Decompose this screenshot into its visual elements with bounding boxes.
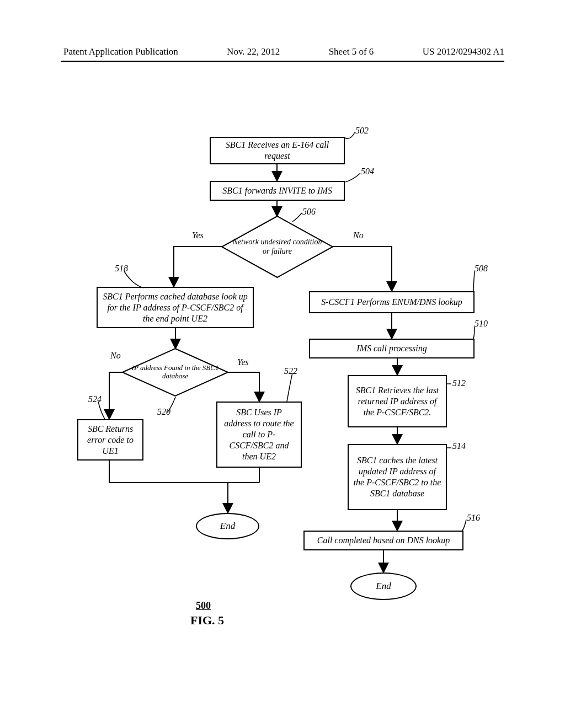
step-512-box: SBC1 Retrieves the last returned IP addr… bbox=[348, 375, 447, 427]
step-516-box: Call completed based on DNS lookup bbox=[303, 531, 463, 550]
page-header: Patent Application Publication Nov. 22, … bbox=[0, 46, 565, 57]
step-508-box: S-CSCF1 Performs ENUM/DNS lookup bbox=[309, 291, 475, 313]
ref-502: 502 bbox=[355, 126, 369, 136]
label-yes-520: Yes bbox=[237, 357, 249, 367]
label-yes-506: Yes bbox=[192, 231, 204, 240]
terminal-end-right: End bbox=[350, 572, 417, 600]
header-title: Patent Application Publication bbox=[63, 46, 178, 57]
step-510-box: IMS call processing bbox=[309, 339, 475, 358]
ref-512: 512 bbox=[452, 378, 466, 388]
terminal-end-left: End bbox=[196, 513, 259, 539]
ref-510: 510 bbox=[475, 319, 488, 329]
step-522-box: SBC Uses IP address to route the call to… bbox=[216, 402, 302, 468]
figure-caption: FIG. 5 bbox=[190, 613, 224, 628]
header-rule bbox=[61, 61, 504, 62]
ref-504: 504 bbox=[361, 167, 374, 176]
ref-518: 518 bbox=[115, 264, 128, 274]
ref-508: 508 bbox=[475, 264, 488, 274]
ref-520: 520 bbox=[157, 407, 170, 417]
ref-522: 522 bbox=[284, 366, 297, 376]
step-502-box: SBC1 Receives an E-164 call request bbox=[210, 137, 345, 164]
figure-number: 500 bbox=[196, 600, 211, 612]
flowchart-canvas: SBC1 Receives an E-164 call request 502 … bbox=[66, 127, 508, 645]
ref-514: 514 bbox=[452, 441, 466, 451]
header-pubno: US 2012/0294302 A1 bbox=[423, 46, 504, 57]
decision-520: IP address Found in the SBC1 database bbox=[121, 347, 229, 397]
step-504-box: SBC1 forwards INVITE to IMS bbox=[210, 181, 345, 201]
header-date: Nov. 22, 2012 bbox=[227, 46, 280, 57]
ref-524: 524 bbox=[88, 394, 102, 404]
ref-506: 506 bbox=[302, 207, 316, 217]
decision-506-text: Network undesired condition or failure bbox=[221, 238, 334, 255]
step-518-box: SBC1 Performs cached database look up fo… bbox=[97, 287, 254, 328]
label-no-506: No bbox=[353, 231, 364, 240]
label-no-520: No bbox=[110, 351, 121, 361]
step-514-box: SBC1 caches the latest updated IP addres… bbox=[348, 444, 447, 510]
header-sheet: Sheet 5 of 6 bbox=[329, 46, 374, 57]
decision-520-text: IP address Found in the SBC1 database bbox=[121, 364, 229, 381]
ref-516: 516 bbox=[467, 513, 480, 523]
step-524-box: SBC Returns error code to UE1 bbox=[77, 419, 143, 461]
decision-506: Network undesired condition or failure bbox=[221, 215, 334, 279]
